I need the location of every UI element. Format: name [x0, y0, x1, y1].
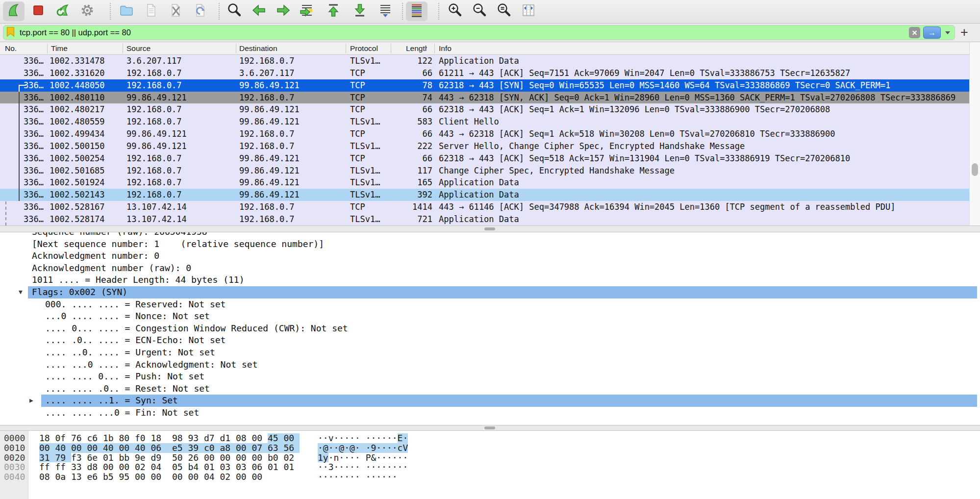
hex-byte[interactable]: c6 [87, 433, 103, 443]
hex-byte[interactable]: a8 [220, 443, 236, 453]
auto-scroll-button[interactable] [375, 1, 396, 21]
hex-ascii[interactable]: 1y·n····P&······ [318, 453, 408, 463]
ascii-char[interactable]: · [360, 433, 371, 443]
hex-byte[interactable]: 05 [167, 462, 188, 472]
ascii-char[interactable]: · [355, 433, 360, 443]
hex-byte[interactable]: 6e [87, 453, 103, 463]
ascii-char[interactable]: & [371, 453, 376, 463]
hex-byte[interactable]: 00 [220, 453, 236, 463]
hex-byte[interactable]: 08 [236, 433, 252, 443]
ascii-char[interactable]: · [371, 472, 376, 482]
ascii-char[interactable]: · [360, 443, 371, 453]
packet-row[interactable]: 336…1002.448050192.168.0.799.86.49.121TC… [0, 79, 969, 92]
go-last-packet-button[interactable] [349, 1, 371, 21]
packet-row[interactable]: 336…1002.500254192.168.0.799.86.49.121TC… [0, 152, 969, 165]
expand-arrow-down-icon[interactable]: ▼ [17, 286, 25, 299]
packet-row[interactable]: 336…1002.480559192.168.0.799.86.49.121TL… [0, 116, 969, 128]
hex-byte[interactable]: 18 [151, 433, 167, 443]
packet-row[interactable]: 336…1002.501685192.168.0.799.86.49.121TL… [0, 165, 969, 177]
ascii-char[interactable]: · [333, 472, 339, 482]
hex-byte[interactable]: 00 [284, 433, 300, 443]
go-forward-button[interactable] [273, 1, 294, 21]
hex-bytes[interactable]: 180f76c61b80f0189893d7d108004500 [39, 433, 300, 443]
ascii-char[interactable]: · [339, 462, 344, 472]
hex-byte[interactable]: 06 [151, 443, 167, 453]
hex-byte[interactable]: c0 [204, 443, 220, 453]
hex-row[interactable]: 0040080a13e6b5950000000004020000········… [0, 472, 980, 482]
column-separator[interactable] [123, 44, 123, 53]
hex-byte[interactable]: 9e [135, 453, 151, 463]
hex-row[interactable]: 0000180f76c61b80f0189893d7d108004500··v·… [0, 433, 980, 443]
ascii-char[interactable]: · [350, 453, 355, 463]
detail-line[interactable]: .... .... 0... = Push: Not set [0, 371, 980, 383]
hex-byte[interactable]: f3 [71, 453, 87, 463]
hex-byte[interactable]: 00 [204, 453, 220, 463]
detail-line[interactable]: ...0 .... .... = Nonce: Not set [0, 310, 980, 323]
hex-byte[interactable]: 13 [71, 472, 87, 482]
hex-byte[interactable]: ff [55, 462, 72, 472]
zoom-out-button[interactable] [469, 1, 490, 21]
close-file-button[interactable] [165, 1, 186, 21]
ascii-char[interactable]: · [376, 433, 381, 443]
detail-line[interactable]: 000. .... .... = Reserved: Not set [0, 299, 980, 311]
bookmark-icon[interactable] [6, 26, 15, 39]
hex-byte[interactable]: 00 [71, 443, 87, 453]
splitter-handle-icon[interactable] [484, 426, 495, 429]
ascii-char[interactable]: · [381, 462, 387, 472]
ascii-char[interactable]: · [387, 462, 392, 472]
stop-capture-button[interactable] [27, 1, 49, 21]
packet-row[interactable]: 336…1002.48011099.86.49.121192.168.0.7TC… [0, 92, 969, 104]
resize-columns-button[interactable] [518, 1, 539, 21]
go-to-packet-button[interactable] [296, 1, 318, 21]
ascii-char[interactable]: · [381, 453, 387, 463]
ascii-char[interactable]: · [333, 462, 339, 472]
hex-byte[interactable]: 00 [87, 443, 103, 453]
hex-byte[interactable]: b0 [268, 453, 284, 463]
hex-byte[interactable]: 07 [252, 443, 268, 453]
hex-byte[interactable]: d7 [204, 433, 220, 443]
detail-line[interactable]: .... ...0 .... = Acknowledgment: Not set [0, 359, 980, 371]
hex-byte[interactable]: 04 [151, 462, 167, 472]
hex-bytes[interactable]: 0040000040004006e539c0a800076356 [39, 443, 300, 453]
ascii-char[interactable]: · [392, 462, 398, 472]
packet-row[interactable]: 336…1002.3314783.6.207.117192.168.0.7TLS… [0, 55, 969, 67]
packet-row[interactable]: 336…1002.50015099.86.49.121192.168.0.7TL… [0, 140, 969, 152]
hex-bytes[interactable]: 080a13e6b5950000000004020000 [39, 472, 268, 482]
hex-byte[interactable]: 00 [252, 433, 268, 443]
ascii-char[interactable]: · [333, 433, 339, 443]
hex-byte[interactable]: 01 [204, 462, 220, 472]
hex-byte[interactable]: 39 [188, 443, 204, 453]
ascii-char[interactable]: · [318, 472, 323, 482]
hex-row[interactable]: 00100040000040004006e539c0a800076356·@··… [0, 443, 980, 453]
hex-byte[interactable]: 00 [236, 472, 252, 482]
hex-byte[interactable]: 00 [236, 443, 252, 453]
ascii-char[interactable]: · [376, 443, 381, 453]
ascii-char[interactable]: @ [323, 443, 328, 453]
ascii-char[interactable]: · [387, 472, 392, 482]
hex-bytes[interactable]: ffff33d80000020405b4010303060101 [39, 462, 300, 472]
ascii-char[interactable]: · [376, 453, 381, 463]
ascii-char[interactable]: · [355, 472, 360, 482]
ascii-char[interactable]: · [323, 462, 328, 472]
ascii-char[interactable]: · [355, 462, 360, 472]
ascii-char[interactable]: · [350, 433, 355, 443]
hex-byte[interactable]: d8 [87, 462, 103, 472]
ascii-char[interactable]: · [339, 433, 344, 443]
ascii-char[interactable]: P [360, 453, 371, 463]
ascii-char[interactable]: · [318, 433, 323, 443]
ascii-char[interactable]: c [398, 443, 403, 453]
clear-filter-button[interactable]: ✕ [909, 27, 920, 38]
detail-line[interactable]: .... .... .0.. = Reset: Not set [0, 383, 980, 395]
apply-filter-button[interactable]: → [923, 26, 941, 39]
ascii-char[interactable]: 3 [328, 462, 334, 472]
zoom-reset-button[interactable] [493, 1, 515, 21]
go-back-button[interactable] [248, 1, 270, 21]
column-separator[interactable] [434, 44, 435, 53]
ascii-char[interactable]: · [402, 433, 408, 443]
hex-byte[interactable]: 01 [284, 462, 300, 472]
ascii-char[interactable]: · [387, 443, 392, 453]
hex-ascii[interactable]: ·@··@·@··9····cV [318, 443, 408, 453]
zoom-in-button[interactable] [444, 1, 466, 21]
ascii-char[interactable]: · [339, 453, 344, 463]
hex-byte[interactable]: 03 [220, 462, 236, 472]
